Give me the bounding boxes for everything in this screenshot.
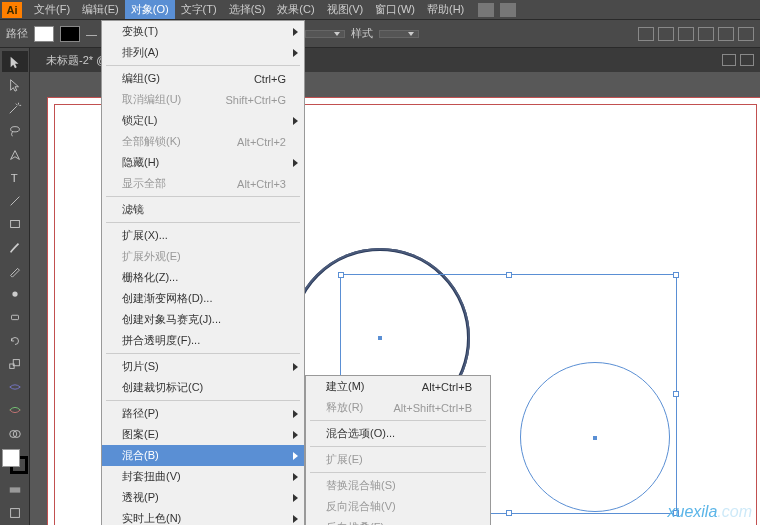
handle-ne[interactable] (673, 272, 679, 278)
menu-select[interactable]: 选择(S) (223, 0, 272, 19)
style-dropdown[interactable] (379, 30, 419, 38)
magic-wand-tool[interactable] (2, 98, 28, 119)
submenu-replace-spine[interactable]: 替换混合轴(S) (306, 475, 490, 496)
selection-tool[interactable] (2, 51, 28, 72)
submenu-make[interactable]: 建立(M)Alt+Ctrl+B (306, 376, 490, 397)
blob-brush-tool[interactable] (2, 284, 28, 305)
svg-text:T: T (11, 172, 18, 184)
menu-separator (310, 472, 486, 473)
style-label[interactable]: 样式 (351, 26, 373, 41)
fill-stroke-indicator[interactable] (2, 449, 28, 474)
menu-show-all[interactable]: 显示全部Alt+Ctrl+3 (102, 173, 304, 194)
menu-path[interactable]: 路径(P) (102, 403, 304, 424)
pencil-tool[interactable] (2, 260, 28, 281)
menu-window[interactable]: 窗口(W) (369, 0, 421, 19)
menu-filters[interactable]: 滤镜 (102, 199, 304, 220)
align-icon[interactable] (638, 27, 654, 41)
menu-arrange[interactable]: 排列(A) (102, 42, 304, 63)
top-icon-1[interactable] (478, 3, 494, 17)
menu-blend[interactable]: 混合(B) (102, 445, 304, 466)
menu-separator (106, 400, 300, 401)
menu-unlock-all[interactable]: 全部解锁(K)Alt+Ctrl+2 (102, 131, 304, 152)
main-menu-bar: Ai 文件(F) 编辑(E) 对象(O) 文字(T) 选择(S) 效果(C) 视… (0, 0, 760, 20)
svg-rect-5 (12, 316, 19, 320)
stroke-swatch[interactable] (60, 26, 80, 42)
center-anchor-2 (593, 436, 597, 440)
menu-file[interactable]: 文件(F) (28, 0, 76, 19)
submenu-release[interactable]: 释放(R)Alt+Shift+Ctrl+B (306, 397, 490, 418)
menu-rasterize[interactable]: 栅格化(Z)... (102, 267, 304, 288)
menu-mosaic[interactable]: 创建对象马赛克(J)... (102, 309, 304, 330)
menu-flatten[interactable]: 拼合透明度(F)... (102, 330, 304, 351)
rectangle-tool[interactable] (2, 214, 28, 235)
menu-effect[interactable]: 效果(C) (271, 0, 320, 19)
handle-s[interactable] (506, 510, 512, 516)
rotate-tool[interactable] (2, 330, 28, 351)
menu-group[interactable]: 编组(G)Ctrl+G (102, 68, 304, 89)
submenu-reverse-front[interactable]: 反向堆叠(F) (306, 517, 490, 525)
opacity-dropdown[interactable] (305, 30, 345, 38)
svg-line-2 (11, 197, 20, 206)
menu-pattern[interactable]: 图案(E) (102, 424, 304, 445)
arrange-icon-1[interactable] (718, 27, 734, 41)
top-icon-2[interactable] (500, 3, 516, 17)
shape-builder-tool[interactable] (2, 423, 28, 444)
menu-view[interactable]: 视图(V) (321, 0, 370, 19)
tab-nav-icon-2[interactable] (740, 54, 754, 66)
menu-crop-marks[interactable]: 创建裁切标记(C) (102, 377, 304, 398)
screen-mode-tool[interactable] (2, 503, 28, 524)
gradient-indicator[interactable] (2, 479, 28, 500)
menu-transform[interactable]: 变换(T) (102, 21, 304, 42)
submenu-expand[interactable]: 扩展(E) (306, 449, 490, 470)
menu-object[interactable]: 对象(O) (125, 0, 175, 19)
width-tool[interactable] (2, 377, 28, 398)
menu-expand[interactable]: 扩展(X)... (102, 225, 304, 246)
eraser-tool[interactable] (2, 307, 28, 328)
scale-tool[interactable] (2, 353, 28, 374)
menu-envelope[interactable]: 封套扭曲(V) (102, 466, 304, 487)
pen-tool[interactable] (2, 144, 28, 165)
isolate-icon[interactable] (678, 27, 694, 41)
menu-hide[interactable]: 隐藏(H) (102, 152, 304, 173)
menu-lock[interactable]: 锁定(L) (102, 110, 304, 131)
submenu-reverse-spine[interactable]: 反向混合轴(V) (306, 496, 490, 517)
tools-panel: T (0, 48, 30, 525)
line-tool[interactable] (2, 191, 28, 212)
menu-separator (310, 420, 486, 421)
handle-e[interactable] (673, 391, 679, 397)
menu-separator (106, 65, 300, 66)
menu-edit[interactable]: 编辑(E) (76, 0, 125, 19)
menu-type[interactable]: 文字(T) (175, 0, 223, 19)
menu-separator (106, 353, 300, 354)
menu-live-paint[interactable]: 实时上色(N) (102, 508, 304, 525)
arrange-icon-2[interactable] (738, 27, 754, 41)
free-transform-tool[interactable] (2, 400, 28, 421)
menu-perspective[interactable]: 透视(P) (102, 487, 304, 508)
app-logo: Ai (2, 2, 22, 18)
handle-n[interactable] (506, 272, 512, 278)
blend-submenu: 建立(M)Alt+Ctrl+B 释放(R)Alt+Shift+Ctrl+B 混合… (305, 375, 491, 525)
edit-icon[interactable] (698, 27, 714, 41)
menu-separator (310, 446, 486, 447)
menu-ungroup[interactable]: 取消编组(U)Shift+Ctrl+G (102, 89, 304, 110)
direct-select-tool[interactable] (2, 74, 28, 95)
object-dropdown-menu: 变换(T) 排列(A) 编组(G)Ctrl+G 取消编组(U)Shift+Ctr… (101, 20, 305, 525)
pathfinder-label: 路径 (6, 26, 28, 41)
fill-color-box[interactable] (2, 449, 20, 467)
type-tool[interactable]: T (2, 167, 28, 188)
menu-separator (106, 222, 300, 223)
stroke-label: — (86, 28, 97, 40)
fill-swatch[interactable] (34, 26, 54, 42)
menu-help[interactable]: 帮助(H) (421, 0, 470, 19)
menu-gradient-mesh[interactable]: 创建渐变网格(D)... (102, 288, 304, 309)
menu-expand-appearance[interactable]: 扩展外观(E) (102, 246, 304, 267)
lasso-tool[interactable] (2, 121, 28, 142)
svg-rect-11 (11, 509, 20, 518)
transform-icon[interactable] (658, 27, 674, 41)
menu-separator (106, 196, 300, 197)
tab-nav-icon[interactable] (722, 54, 736, 66)
submenu-options[interactable]: 混合选项(O)... (306, 423, 490, 444)
menu-slice[interactable]: 切片(S) (102, 356, 304, 377)
paintbrush-tool[interactable] (2, 237, 28, 258)
handle-nw[interactable] (338, 272, 344, 278)
